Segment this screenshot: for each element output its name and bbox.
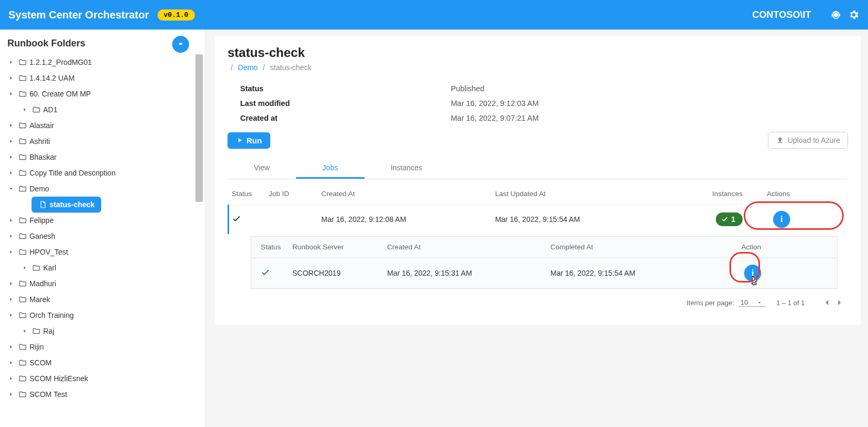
folder-icon bbox=[18, 152, 27, 162]
expander-icon[interactable] bbox=[6, 342, 16, 352]
sidebar-item[interactable]: Orch Training bbox=[5, 307, 205, 323]
page-size-select[interactable]: 10 bbox=[738, 298, 766, 307]
upload-azure-label: Upload to Azure bbox=[787, 136, 840, 144]
sidebar-item[interactable]: Raj bbox=[5, 323, 205, 339]
expander-icon[interactable] bbox=[6, 310, 16, 320]
expander-icon[interactable] bbox=[6, 390, 16, 399]
sub-table-row[interactable]: SCORCH2019 Mar 16, 2022, 9:15:31 AM Mar … bbox=[251, 258, 837, 288]
expander-icon[interactable] bbox=[20, 263, 29, 273]
folder-icon bbox=[18, 358, 27, 367]
pager-range: 1 – 1 of 1 bbox=[776, 299, 805, 307]
folder-icon bbox=[32, 263, 41, 273]
sidebar-scrollbar[interactable] bbox=[195, 54, 203, 202]
gear-icon[interactable] bbox=[848, 9, 860, 21]
next-page-button[interactable] bbox=[834, 297, 845, 308]
run-button-label: Run bbox=[246, 136, 262, 145]
folder-icon bbox=[18, 168, 27, 178]
sidebar-item[interactable]: Demo bbox=[5, 181, 205, 197]
expander-icon[interactable] bbox=[6, 247, 16, 257]
svg-point-0 bbox=[834, 13, 838, 17]
expander-icon[interactable] bbox=[6, 295, 16, 304]
sidebar-item[interactable]: AD1 bbox=[5, 102, 205, 118]
folder-icon bbox=[32, 326, 41, 336]
bug-icon[interactable] bbox=[830, 9, 842, 21]
run-button[interactable]: Run bbox=[228, 132, 270, 149]
breadcrumb-current: status-check bbox=[270, 63, 312, 72]
tab-jobs[interactable]: Jobs bbox=[296, 157, 364, 179]
tab-view[interactable]: View bbox=[228, 157, 296, 179]
folder-icon bbox=[18, 73, 27, 83]
sidebar-item[interactable]: 60. Create OM MP bbox=[5, 86, 205, 102]
expander-icon[interactable] bbox=[20, 105, 29, 114]
sub-col-action: Action bbox=[741, 243, 761, 251]
user-label: CONTOSO\IT bbox=[752, 9, 811, 21]
info-button[interactable]: i bbox=[744, 265, 761, 282]
expander-icon[interactable] bbox=[6, 168, 16, 178]
folder-icon bbox=[18, 216, 27, 225]
folder-icon bbox=[18, 231, 27, 241]
checkmark-icon bbox=[261, 268, 292, 279]
file-icon bbox=[38, 200, 47, 209]
sidebar-item[interactable]: Ganesh bbox=[5, 228, 205, 244]
sidebar-item[interactable]: SCOM bbox=[5, 355, 205, 371]
lastmod-label: Last modified bbox=[240, 99, 451, 108]
expander-icon[interactable] bbox=[6, 184, 16, 193]
sidebar-item[interactable]: 1.4.14.2 UAM bbox=[5, 70, 205, 86]
cell-server: SCORCH2019 bbox=[292, 269, 387, 277]
page-title: status-check bbox=[228, 45, 848, 60]
folder-icon bbox=[18, 184, 27, 193]
sidebar-item[interactable]: Felippe bbox=[5, 212, 205, 228]
prev-page-button[interactable] bbox=[822, 297, 832, 308]
table-row[interactable]: Mar 16, 2022, 9:12:08 AM Mar 16, 2022, 9… bbox=[228, 204, 848, 234]
sidebar-item[interactable]: SCOM Test bbox=[5, 386, 205, 402]
top-bar: System Center Orchestrator v0.1.0 CONTOS… bbox=[0, 0, 868, 30]
instances-pill[interactable]: 1 bbox=[716, 212, 743, 226]
created-value: Mar 16, 2022, 9:07:21 AM bbox=[451, 114, 539, 122]
col-instances: Instances bbox=[712, 190, 743, 198]
expander-icon[interactable] bbox=[6, 152, 16, 162]
app-title: System Center Orchestrator bbox=[8, 9, 149, 21]
expander-icon[interactable] bbox=[6, 231, 16, 241]
sidebar-item[interactable]: Madhuri bbox=[5, 276, 205, 292]
sidebar-item[interactable]: Bhaskar bbox=[5, 149, 205, 165]
folder-icon bbox=[18, 57, 27, 67]
sidebar-item[interactable]: Marek bbox=[5, 292, 205, 307]
folder-tree: 1.2.1.2_ProdMG011.4.14.2 UAM60. Create O… bbox=[5, 54, 205, 402]
sidebar-item[interactable]: 1.2.1.2_ProdMG01 bbox=[5, 54, 205, 70]
info-button[interactable]: i bbox=[773, 211, 790, 228]
expander-icon[interactable] bbox=[6, 279, 16, 288]
upload-azure-button[interactable]: Upload to Azure bbox=[768, 132, 848, 149]
folder-icon bbox=[18, 295, 27, 304]
sidebar-item[interactable]: Ashriti bbox=[5, 133, 205, 149]
expander-icon[interactable] bbox=[6, 358, 16, 367]
expander-icon[interactable] bbox=[6, 137, 16, 146]
expander-icon[interactable] bbox=[6, 121, 16, 130]
cell-updated: Mar 16, 2022, 9:15:54 AM bbox=[495, 215, 674, 224]
tab-instances[interactable]: Instances bbox=[364, 157, 449, 179]
sidebar-item[interactable]: Copy Title and Description bbox=[5, 165, 205, 181]
sidebar-item[interactable]: Karl bbox=[5, 260, 205, 276]
collapse-sidebar-button[interactable] bbox=[172, 36, 189, 53]
breadcrumb-parent[interactable]: Demo bbox=[238, 63, 258, 72]
sidebar-item[interactable]: SCOM HizliEsnek bbox=[5, 371, 205, 386]
sidebar-item[interactable]: HPOV_Test bbox=[5, 244, 205, 260]
sidebar-item-selected[interactable]: status-check bbox=[5, 197, 205, 212]
version-badge: v0.1.0 bbox=[157, 9, 195, 21]
folder-icon bbox=[18, 121, 27, 130]
sidebar-item[interactable]: Rijin bbox=[5, 339, 205, 355]
expander-icon[interactable] bbox=[6, 57, 16, 67]
cell-created: Mar 16, 2022, 9:12:08 AM bbox=[321, 215, 495, 224]
expander-icon[interactable] bbox=[6, 374, 16, 383]
main-content: status-check / Demo / status-check Statu… bbox=[205, 30, 868, 427]
sidebar-item[interactable]: Alastair bbox=[5, 118, 205, 133]
expander-icon[interactable] bbox=[6, 73, 16, 83]
col-actions: Actions bbox=[767, 190, 790, 198]
expander-icon[interactable] bbox=[6, 89, 16, 99]
folder-icon bbox=[18, 390, 27, 399]
folder-icon bbox=[18, 374, 27, 383]
expander-icon[interactable] bbox=[6, 216, 16, 225]
sidebar: Runbook Folders 1.2.1.2_ProdMG011.4.14.2… bbox=[0, 30, 205, 427]
annotation-highlight bbox=[744, 201, 844, 230]
col-status: Status bbox=[232, 190, 269, 198]
expander-icon[interactable] bbox=[20, 326, 29, 336]
